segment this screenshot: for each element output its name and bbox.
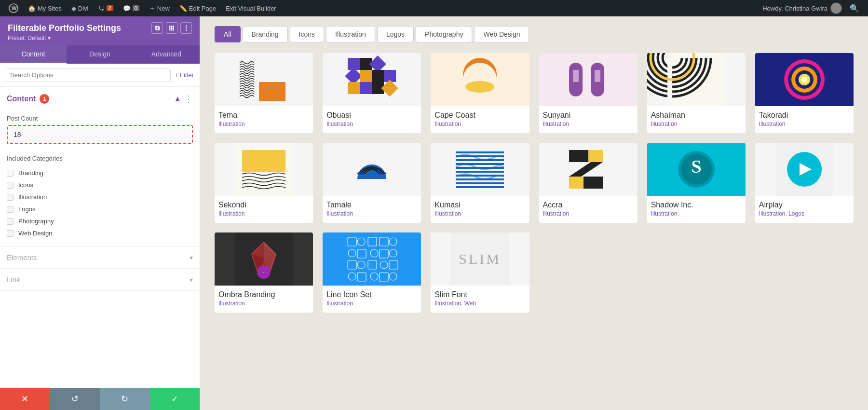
portfolio-name-shadow: Shadow Inc. (651, 201, 742, 209)
checkbox-webdesign[interactable] (7, 230, 14, 237)
portfolio-cat-sekondi: Illustration (218, 210, 309, 217)
divi-item[interactable]: ◆ Divi (68, 0, 93, 16)
portfolio-cat-accra: Illustration (543, 210, 634, 217)
content-section-title: Content 1 (7, 94, 174, 104)
edit-page-item[interactable]: ✏️ Edit Page (176, 0, 220, 16)
portfolio-info-tema: Tema Illustration (215, 106, 313, 133)
panel-grid-icon[interactable]: ⊞ (166, 22, 177, 34)
panel-title-icons: ⧉ ⊞ ⋮ (151, 22, 192, 34)
svg-point-20 (465, 81, 494, 93)
tab-content[interactable]: Content (0, 45, 67, 64)
checkbox-icons[interactable] (7, 182, 14, 189)
cancel-button[interactable]: ✕ (0, 388, 50, 410)
search-input[interactable] (6, 68, 171, 82)
my-sites-item[interactable]: 🏠 My Sites (24, 0, 66, 16)
portfolio-cat-sunyani: Illustration (543, 121, 634, 127)
content-section-header[interactable]: Content 1 ▲ ⋮ (0, 87, 200, 111)
portfolio-item-tamale[interactable]: Tamale Illustration (323, 143, 421, 223)
svg-rect-3 (259, 82, 285, 101)
panel-copy-icon[interactable]: ⧉ (151, 22, 163, 34)
category-photography-label: Photography (18, 218, 54, 225)
checkbox-branding[interactable] (7, 170, 14, 177)
portfolio-info-slimfont: Slim Font Illustration, Web (431, 286, 529, 313)
portfolio-cat-airplay: Illustration, Logos (759, 210, 850, 217)
portfolio-item-kumasi[interactable]: Kumasi Illustration (431, 143, 529, 223)
svg-rect-63 (569, 177, 583, 189)
portfolio-item-ombra[interactable]: ··· Ombra Branding Illustration (215, 232, 313, 313)
save-button[interactable]: ✓ (150, 388, 200, 410)
tab-advanced[interactable]: Advanced (133, 45, 200, 64)
checkbox-photography[interactable] (7, 218, 14, 225)
portfolio-name-tema: Tema (218, 111, 309, 120)
portfolio-item-takoradi[interactable]: Takoradi Illustration (755, 53, 854, 133)
svg-rect-21 (559, 53, 617, 106)
elements-section[interactable]: Elements ▾ (0, 246, 200, 269)
content-section: Content 1 ▲ ⋮ Post Count (0, 87, 200, 246)
post-count-label: Post Count (7, 115, 193, 122)
thumb-airplay (755, 143, 854, 196)
portfolio-info-sekondi: Sekondi Illustration (215, 196, 313, 223)
filter-tab-illustration[interactable]: Illustration (326, 26, 375, 42)
comments-item[interactable]: 🗨 2 (95, 0, 117, 16)
category-logos: Logos (7, 203, 193, 215)
categories-label: Included Categories (7, 155, 193, 162)
link-title: Link (7, 275, 20, 284)
notification-dot: ··· (257, 265, 271, 279)
admin-bar: W 🏠 My Sites ◆ Divi 🗨 2 💬 0 ＋ New ✏️ Edi… (0, 0, 868, 16)
wp-logo-item[interactable]: W (5, 0, 22, 16)
filter-button[interactable]: + Filter (175, 71, 194, 79)
portfolio-info-lineiconset: Line Icon Set Illustration (323, 286, 421, 313)
search-icon[interactable]: 🔍 (846, 4, 863, 13)
redo-button[interactable]: ↻ (100, 388, 150, 410)
portfolio-item-slimfont[interactable]: SLIM Slim Font Illustration, Web (431, 232, 529, 313)
portfolio-name-airplay: Airplay (759, 201, 850, 209)
portfolio-item-cape-coast[interactable]: Cape Coast Illustration (431, 53, 529, 133)
filter-tab-logos[interactable]: Logos (377, 26, 414, 42)
filter-tab-all[interactable]: All (215, 26, 241, 42)
thumb-kumasi (431, 143, 529, 196)
new-item[interactable]: ＋ New (145, 0, 174, 16)
section-dots-icon[interactable]: ⋮ (184, 94, 193, 104)
portfolio-name-sunyani: Sunyani (543, 111, 634, 120)
portfolio-item-obuasi[interactable]: Obuasi Illustration (323, 53, 421, 133)
checkbox-logos[interactable] (7, 206, 14, 213)
portfolio-item-tema[interactable]: Tema Illustration (215, 53, 313, 133)
thumb-obuasi (323, 53, 421, 106)
portfolio-item-lineiconset[interactable]: Line Icon Set Illustration (323, 232, 421, 313)
filter-tab-icons[interactable]: Icons (290, 26, 324, 42)
category-webdesign-label: Web Design (18, 230, 53, 237)
portfolio-name-ombra: Ombra Branding (218, 290, 309, 299)
category-webdesign: Web Design (7, 227, 193, 239)
svg-rect-10 (372, 70, 384, 82)
filter-tab-branding[interactable]: Branding (243, 26, 288, 42)
tab-design[interactable]: Design (67, 45, 133, 64)
panel-more-icon[interactable]: ⋮ (180, 22, 192, 34)
svg-rect-13 (360, 82, 372, 94)
portfolio-item-shadow[interactable]: S Shadow Inc. Illustration (647, 143, 746, 223)
portfolio-cat-tamale: Illustration (326, 210, 417, 217)
post-count-input[interactable] (9, 127, 191, 142)
svg-text:SLIM: SLIM (459, 251, 502, 267)
categories-section: Included Categories Branding Icons Illus… (0, 151, 200, 246)
portfolio-item-sunyani[interactable]: Sunyani Illustration (539, 53, 637, 133)
portfolio-item-ashaiman[interactable]: Ashaiman Illustration (647, 53, 746, 133)
portfolio-item-airplay[interactable]: Airplay Illustration, Logos (755, 143, 854, 223)
portfolio-item-accra[interactable]: Accra Illustration (539, 143, 637, 223)
undo-button[interactable]: ↺ (50, 388, 100, 410)
filter-tab-photography[interactable]: Photography (416, 26, 472, 42)
portfolio-item-sekondi[interactable]: Sekondi Illustration (215, 143, 313, 223)
portfolio-grid: Tema Illustration (215, 53, 854, 313)
portfolio-name-accra: Accra (543, 201, 634, 209)
link-section[interactable]: Link ▾ (0, 269, 200, 291)
section-chevron-icon[interactable]: ▲ (174, 95, 181, 103)
checkbox-illustration[interactable] (7, 194, 14, 201)
svg-point-44 (801, 77, 807, 82)
thumb-cape-coast (431, 53, 529, 106)
exit-builder-item[interactable]: Exit Visual Builder (222, 0, 280, 16)
panel-preset[interactable]: Preset: Default ▾ (8, 35, 192, 41)
filter-tab-webdesign[interactable]: Web Design (474, 26, 529, 42)
portfolio-info-airplay: Airplay Illustration, Logos (755, 196, 854, 223)
portfolio-info-tamale: Tamale Illustration (323, 196, 421, 223)
howdy-text: Howdy, Christina Gwira (762, 2, 842, 14)
speech-item[interactable]: 💬 0 (119, 0, 143, 16)
